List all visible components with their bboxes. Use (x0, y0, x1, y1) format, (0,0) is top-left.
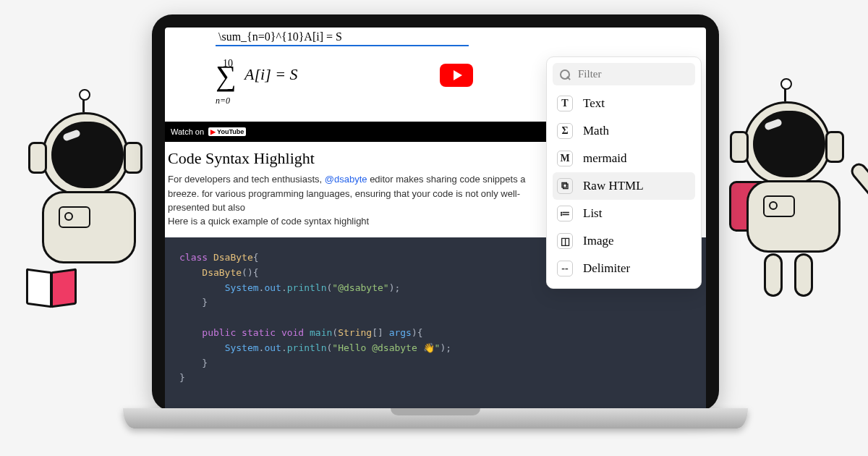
block-menu-item-label: Raw HTML (583, 179, 644, 193)
section-heading: Code Syntax Highlight (165, 149, 315, 168)
example-intro-paragraph: Here is a quick example of code syntax h… (168, 214, 558, 229)
laptop-base (123, 408, 748, 428)
block-menu-item-text[interactable]: TText (553, 90, 695, 117)
youtube-watch-bar[interactable]: Watch on YouTube (165, 122, 561, 142)
dsabyte-mention-link[interactable]: @dsabyte (325, 174, 367, 185)
block-type-menu: TTextΣMathMmermaid⧉Raw HTML≔List◫Image--… (546, 56, 702, 289)
editor-screen: \sum_{n=0}^{10}A[i] = S 10 ∑ n=0 A[i] = … (165, 28, 706, 411)
image-icon: ◫ (557, 233, 573, 249)
block-filter-input[interactable] (578, 68, 688, 80)
mermaid-icon: M (557, 151, 573, 166)
mascot-astronaut-waving (723, 101, 854, 304)
mascot-astronaut-reading (13, 112, 158, 300)
book-icon (26, 270, 80, 309)
intro-paragraph: For developers and tech enthusiasts, @ds… (168, 172, 558, 215)
block-menu-item-label: Text (583, 96, 605, 111)
raw-html-icon: ⧉ (557, 178, 573, 194)
block-menu-item-label: Delimiter (583, 261, 630, 276)
block-menu-item-label: List (583, 206, 602, 221)
youtube-logo-icon: YouTube (208, 127, 246, 136)
math-icon: Σ (557, 123, 573, 139)
block-menu-item-mermaid[interactable]: Mmermaid (553, 145, 695, 172)
block-menu-item-label: Image (583, 234, 613, 248)
math-render-output: 10 ∑ n=0 A[i] = S (216, 64, 298, 88)
block-menu-item-label: mermaid (583, 151, 626, 166)
block-filter-search[interactable] (553, 63, 695, 85)
block-menu-item-math[interactable]: ΣMath (553, 117, 695, 145)
block-menu-item-delimiter[interactable]: --Delimiter (553, 255, 695, 282)
list-icon: ≔ (557, 206, 573, 221)
delimiter-icon: -- (557, 261, 573, 276)
block-menu-item-image[interactable]: ◫Image (553, 227, 695, 255)
block-menu-item-list[interactable]: ≔List (553, 200, 695, 227)
laptop-frame: \sum_{n=0}^{10}A[i] = S 10 ∑ n=0 A[i] = … (152, 14, 719, 411)
search-icon (560, 69, 571, 79)
youtube-play-button[interactable] (440, 64, 473, 87)
text-icon: T (557, 96, 573, 111)
block-menu-item-label: Math (583, 124, 609, 138)
math-latex-input[interactable]: \sum_{n=0}^{10}A[i] = S (216, 29, 469, 46)
block-menu-item-raw-html[interactable]: ⧉Raw HTML (553, 172, 695, 200)
